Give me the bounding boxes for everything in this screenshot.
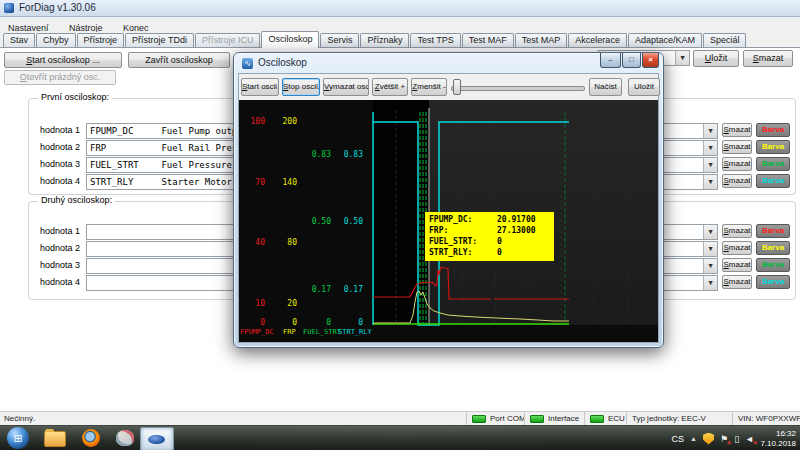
clock-date: 7.10.2018 [760,439,796,449]
tab-priznaky[interactable]: Příznaky [360,33,409,47]
taskbar: ⊞ CS ▲ ⚑× ▯ ◄× 16:32 7.10.2018 [0,425,800,450]
signal-name: STRT_RLY [87,175,156,189]
speaker-muted-icon[interactable]: ◄× [745,434,754,444]
group2-title: Druhý osciloskop: [38,195,115,205]
fordiag-taskbar-button[interactable] [140,427,174,450]
ecu-label: ECU [608,414,625,423]
tab-test-map[interactable]: Test MAP [515,33,568,47]
smazat-row6-button[interactable]: Smazat [722,241,752,255]
minimize-button[interactable]: – [600,53,621,68]
smazat-row5-button[interactable]: Smazat [722,224,752,238]
timeline-slider[interactable] [451,86,585,91]
start-button[interactable]: ⊞ [7,427,29,449]
barva-row3-button[interactable]: Barva [756,157,790,171]
nacist-button[interactable]: Načíst [589,78,622,96]
explorer-icon[interactable] [44,431,66,447]
close-icon[interactable]: × [642,53,659,68]
barva-row4-button[interactable]: Barva [756,174,790,188]
signal-name: FRP [87,141,156,155]
row-label: hodnota 4 [24,275,80,290]
scope-tooltip: FPUMP_DC:20.91700 FRP:27.13000 FUEL_STRT… [425,212,554,261]
row-label: hodnota 2 [24,241,80,256]
zavrit-osciloskop-button[interactable]: Zavřít osciloskop [128,52,230,68]
tab-stav[interactable]: Stav [3,33,35,47]
tab-test-maf[interactable]: Test MAF [462,33,514,47]
clock[interactable]: 16:32 7.10.2018 [760,429,796,449]
ulozit-button[interactable]: Uložit [628,78,660,96]
preset-delete-button[interactable]: Smazat [743,50,793,67]
fordiag-logo [148,435,165,444]
smazat-row7-button[interactable]: Smazat [722,258,752,272]
security-shield-icon[interactable] [703,433,714,445]
action-center-icon[interactable]: ⚑× [720,434,728,444]
barva-row6-button[interactable]: Barva [756,241,790,255]
tab-osciloskop[interactable]: Osciloskop [261,31,319,48]
barva-row8-button[interactable]: Barva [756,275,790,289]
unit-label: Typ jednotky: EEC-V [632,414,706,423]
row-label: hodnota 2 [24,140,80,155]
tab-adaptace-kam[interactable]: Adaptace/KAM [628,33,702,47]
chevron-down-icon[interactable]: ▼ [703,242,717,256]
chevron-down-icon[interactable]: ▼ [703,158,717,172]
chevron-down-icon[interactable]: ▼ [675,51,689,65]
tab-pristroje-tddi[interactable]: Přístroje TDdi [125,33,194,47]
row-label: hodnota 3 [24,157,80,172]
start-oscil-button[interactable]: Start oscil. [241,78,279,96]
clock-time: 16:32 [760,429,796,439]
dialog-client: Start oscil. Stop oscil. Vymazat oscil Z… [238,73,659,343]
smazat-row3-button[interactable]: Smazat [722,157,752,171]
group1-title: První osciloskop: [38,92,112,102]
barva-row1-button[interactable]: Barva [756,123,790,137]
dialog-toolbar: Start oscil. Stop oscil. Vymazat oscil Z… [239,74,658,100]
slider-thumb[interactable] [453,79,461,95]
smazat-row1-button[interactable]: Smazat [722,123,752,137]
chevron-down-icon[interactable]: ▼ [703,141,717,155]
smazat-row8-button[interactable]: Smazat [722,275,752,289]
desktop: ForDiag v1.30.06 Nastavení Nástroje Kone… [0,0,800,450]
system-tray: CS ▲ ⚑× ▯ ◄× [672,426,754,450]
chevron-down-icon[interactable]: ▼ [703,276,717,290]
tab-servis[interactable]: Servis [320,33,359,47]
status-right: Port COM6 Interface ECU Typ jednotky: EE… [466,412,800,425]
language-indicator[interactable]: CS [672,434,685,444]
vin-label: VIN: WF0PXXWPDPSM7840 [738,414,800,423]
stop-oscil-button[interactable]: Stop oscil. [282,78,320,96]
preset-save-button[interactable]: Uložit [693,50,739,67]
ecu-status-led [590,415,604,423]
chevron-down-icon[interactable]: ▼ [703,225,717,239]
barva-row5-button[interactable]: Barva [756,224,790,238]
barva-row7-button[interactable]: Barva [756,258,790,272]
barva-row2-button[interactable]: Barva [756,140,790,154]
firefox-icon[interactable] [82,429,100,447]
app-icon [4,3,14,13]
status-interface: Interface [524,412,584,425]
zoom-in-button[interactable]: Zvětšit + [372,78,408,96]
scope-icon: ∿ [242,58,253,69]
paint-icon[interactable] [116,430,134,446]
tab-chyby[interactable]: Chyby [36,33,76,47]
menubar: Nastavení Nástroje Konec [0,17,800,32]
tray-expand-icon[interactable]: ▲ [690,435,697,442]
window-title: ForDiag v1.30.06 [19,2,96,13]
maximize-button[interactable]: □ [622,53,641,68]
smazat-row2-button[interactable]: Smazat [722,140,752,154]
chevron-down-icon[interactable]: ▼ [703,124,717,138]
zoom-out-button[interactable]: Zmenšit - [411,78,447,96]
tab-akcelerace[interactable]: Akcelerace [568,33,627,47]
status-port: Port COM6 [466,412,524,425]
tab-special[interactable]: Speciál [703,33,747,47]
status-ecu: ECU [584,412,626,425]
chevron-down-icon[interactable]: ▼ [703,175,717,189]
smazat-row4-button[interactable]: Smazat [722,174,752,188]
status-vin: VIN: WF0PXXWPDPSM7840 [732,412,800,425]
scope-plot[interactable]: 100 70 40 10 0 200 140 80 20 0 0.83 0.50… [239,100,658,342]
device-icon[interactable]: ▯ [734,434,739,444]
tab-test-tps[interactable]: Test TPS [410,33,460,47]
status-unit: Typ jednotky: EEC-V [626,412,732,425]
chevron-down-icon[interactable]: ▼ [703,259,717,273]
vymazat-oscil-button[interactable]: Vymazat oscil [323,78,369,96]
main-titlebar[interactable]: ForDiag v1.30.06 [0,0,800,17]
tab-pristroje[interactable]: Přístroje [77,33,125,47]
interface-status-led [530,415,544,423]
start-osciloskop-button[interactable]: Start osciloskop ... [4,52,122,68]
